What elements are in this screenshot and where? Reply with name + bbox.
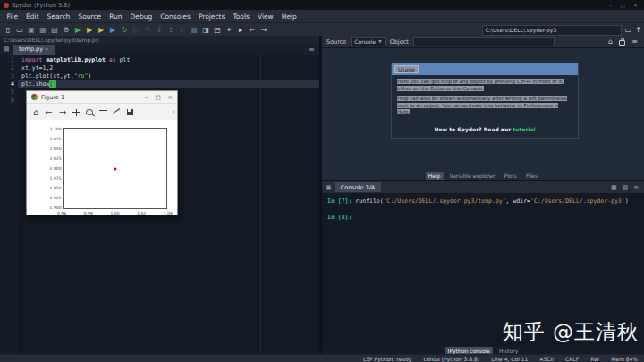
line-number-3: 3 <box>0 72 14 80</box>
menu-debug[interactable]: Debug <box>126 13 157 21</box>
breadcrumb: C:\Users\DELL\.spyder-py3\temp.py <box>0 36 319 44</box>
ytick-1.925: 1.925 <box>50 196 62 200</box>
menu-file[interactable]: File <box>3 13 22 21</box>
menu-tools[interactable]: Tools <box>229 13 253 21</box>
toolbar-maximize-pane[interactable]: ◳ <box>212 25 223 36</box>
minimize-button[interactable]: – <box>609 2 612 8</box>
toolbar-save-file[interactable]: ▣ <box>26 25 37 36</box>
y-tick-labels: 2.1002.0752.0502.0252.0001.9751.9501.925… <box>50 127 64 210</box>
toolbar-debug-file[interactable]: ▷ <box>131 25 141 36</box>
code-line-4[interactable]: plt.show() <box>18 80 319 88</box>
menu-projects[interactable]: Projects <box>194 13 229 21</box>
console-tab-label: Console 1/A <box>341 184 376 191</box>
lock-icon[interactable] <box>619 40 625 46</box>
console-options-menu-icon[interactable]: ≡ <box>633 184 639 191</box>
home-icon[interactable]: ⌂ <box>33 108 38 117</box>
pan-icon[interactable] <box>72 109 80 116</box>
toolbar-preferences-gear[interactable]: ⚙ <box>61 25 72 36</box>
toolbar-run-file[interactable]: ▶ <box>72 25 83 36</box>
tab-plots[interactable]: Plots <box>502 172 520 180</box>
menu-view[interactable]: View <box>253 13 277 21</box>
matplotlib-logo-icon <box>31 94 38 100</box>
status-line-4-col-11: Line 4, Col 11 <box>491 356 528 362</box>
ytick-1.975: 1.975 <box>50 176 62 181</box>
usage-card: Usage Here you can get help of any objec… <box>391 63 579 139</box>
help-header: Source Console ▼ Object ⌂ ≡ <box>322 36 644 47</box>
menu-source[interactable]: Source <box>74 13 106 21</box>
maximize-button[interactable]: ▢ <box>620 2 625 8</box>
toolbar-debug-step-into[interactable]: ↧ <box>154 25 165 36</box>
toolbar-save-all[interactable]: ▦ <box>38 25 48 36</box>
menu-search[interactable]: Search <box>43 13 74 21</box>
toolbar-back[interactable]: ← <box>247 25 258 36</box>
data-point-marker <box>114 167 116 170</box>
source-select[interactable]: Console ▼ <box>351 37 385 46</box>
status-mem-84%: Mem 84% <box>611 356 638 362</box>
parent-dir-icon[interactable]: ↑ <box>635 26 641 34</box>
status-crlf: CRLF <box>565 356 579 362</box>
menu-run[interactable]: Run <box>106 13 126 21</box>
browse-working-dir-icon[interactable]: ▭ <box>625 26 632 34</box>
line-number-4: 4 <box>0 80 14 88</box>
toolbar-run-selection[interactable]: ▶ <box>107 25 118 36</box>
browse-tabs-icon[interactable]: ▣ <box>326 184 332 191</box>
figure-maximize-button[interactable]: □ <box>155 94 160 101</box>
line-number-6: 6 <box>0 97 14 105</box>
xtick-0.98: 0.98 <box>84 211 93 215</box>
editor-options-menu-icon[interactable]: ≡ <box>309 46 318 54</box>
forward-arrow-icon[interactable]: → <box>59 108 66 117</box>
tab-variable-explorer[interactable]: Variable explorer <box>447 172 498 180</box>
edit-parameters-icon[interactable] <box>114 109 121 116</box>
toolbar-rerun-cell[interactable]: ↻ <box>119 25 130 36</box>
browse-tabs-icon[interactable]: ▤ <box>2 46 11 53</box>
figure-minimize-button[interactable]: – <box>145 94 148 101</box>
toolbar-open-file[interactable]: ▭ <box>14 25 25 36</box>
toolbar-debug-stop[interactable]: ■ <box>189 25 199 36</box>
toolbar-run-cell[interactable]: ▶ <box>84 25 95 36</box>
code-line-3[interactable]: plt.plot(xt,yt,"ro") <box>18 72 319 80</box>
configure-subplots-icon[interactable] <box>99 109 107 116</box>
toolbar-find-in-files[interactable]: ▤ <box>49 25 60 36</box>
help-options-menu-icon[interactable]: ≡ <box>631 38 638 46</box>
clear-console-icon[interactable]: ▨ <box>623 184 629 191</box>
toolbar-debug-step-over[interactable]: ↷ <box>142 25 153 36</box>
right-panel: Source Console ▼ Object ⌂ ≡ Usage <box>322 36 644 355</box>
working-directory-input[interactable]: C:\Users\DELL\.spyder-py3 <box>482 25 622 36</box>
toolbar-debug-continue[interactable]: ▹ <box>177 25 188 36</box>
menu-consoles[interactable]: Consoles <box>157 13 195 21</box>
line-number-5: 5 <box>0 88 14 97</box>
close-button[interactable]: ✕ <box>633 2 638 8</box>
toolbar-open-last-closed[interactable]: ◨ <box>200 25 211 36</box>
usage-paragraph-2: Help can also be shown automatically aft… <box>397 96 572 116</box>
toolbar-forward[interactable]: → <box>258 25 269 36</box>
home-icon[interactable]: ⌂ <box>608 38 613 46</box>
tab-temp-py[interactable]: temp.py ▾ <box>13 45 55 55</box>
toolbar-new-file[interactable]: ▯ <box>3 25 13 36</box>
status-bar: LSP Python: readyconda (Python 3.8.8)Lin… <box>0 354 644 362</box>
code-line-2[interactable]: xt,yt=1,2 <box>18 64 319 72</box>
object-label: Object <box>390 38 409 46</box>
toolbar-run-cell-advance[interactable]: ▶ <box>96 25 106 36</box>
tab-help[interactable]: Help <box>426 172 444 180</box>
back-arrow-icon[interactable]: ← <box>45 108 52 117</box>
console-line-2 <box>327 206 639 214</box>
tab-files[interactable]: Files <box>523 172 540 180</box>
zoom-icon[interactable] <box>86 109 93 116</box>
figure-close-button[interactable]: × <box>168 94 173 101</box>
usage-card-header: Usage <box>392 63 578 75</box>
menu-help[interactable]: Help <box>277 13 301 21</box>
figure-title: Figure 1 <box>41 94 64 101</box>
figure-canvas[interactable]: 2.1002.0752.0502.0252.0001.9751.9501.925… <box>27 120 177 215</box>
code-line-1[interactable]: import matplotlib.pyplot as plt <box>18 56 319 64</box>
inspect-icon[interactable]: ▦ <box>611 184 617 191</box>
xtick-1.04: 1.04 <box>164 211 173 215</box>
object-input[interactable] <box>413 37 555 46</box>
menu-edit[interactable]: Edit <box>22 13 44 21</box>
toolbar-debug-step-return[interactable]: ↥ <box>165 25 176 36</box>
toolbar-pointer-mode[interactable]: ▸ <box>235 25 246 36</box>
save-icon[interactable] <box>127 109 133 115</box>
toolbar-python-path-wrench[interactable]: ✦ <box>224 25 234 36</box>
tab-console-1a[interactable]: Console 1/A <box>335 182 382 192</box>
tutorial-link[interactable]: tutorial <box>513 126 535 132</box>
figure-window[interactable]: Figure 1 – □ × ⌂ ← → 2.1002.0752.0502.02… <box>27 91 177 215</box>
